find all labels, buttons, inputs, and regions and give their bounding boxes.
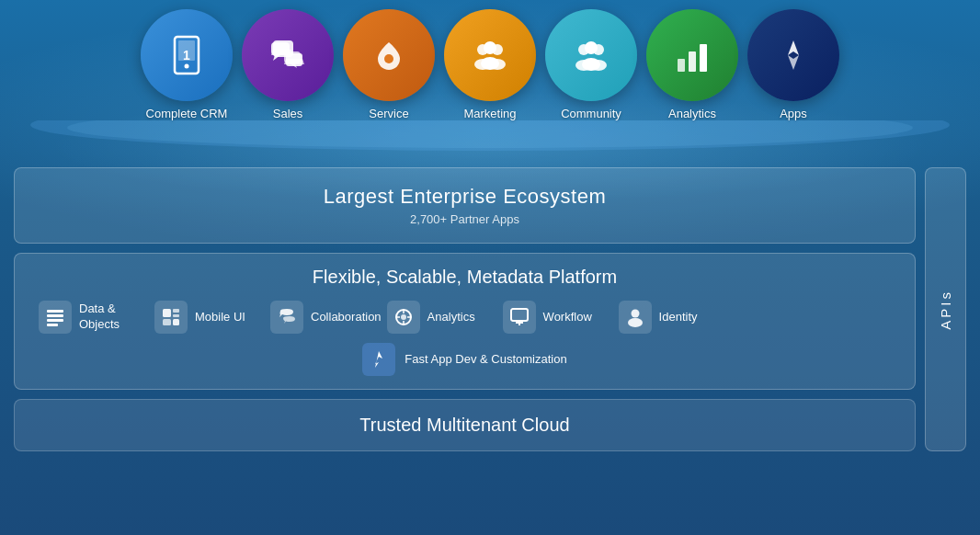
data-objects-icon (39, 301, 72, 334)
platform-box: Flexible, Scalable, Metadata Platform Da… (14, 253, 916, 390)
svg-marker-25 (788, 55, 799, 70)
svg-rect-33 (173, 309, 179, 313)
icon-item-analytics[interactable]: Analytics (646, 9, 738, 120)
svg-point-38 (401, 314, 406, 320)
ecosystem-title: Largest Enterprise Ecosystem (33, 185, 896, 209)
crm-icon-circle: 1 (141, 9, 233, 101)
workflow-icon (503, 301, 536, 334)
marketing-icon-circle (444, 9, 536, 101)
workflow-label: Workflow (543, 310, 592, 325)
svg-rect-29 (47, 314, 63, 317)
platform-item-analytics: Analytics (387, 301, 497, 334)
svg-marker-44 (375, 351, 382, 368)
svg-point-8 (384, 54, 393, 63)
svg-point-11 (484, 41, 496, 54)
wave-separator (0, 120, 980, 153)
fast-app-label: Fast App Dev & Customization (405, 352, 566, 368)
service-icon-circle (343, 9, 435, 101)
svg-point-17 (585, 41, 598, 54)
svg-rect-23 (700, 44, 707, 72)
svg-rect-30 (47, 319, 63, 322)
sales-label: Sales (273, 107, 303, 120)
icon-item-community[interactable]: Community (545, 9, 637, 120)
svg-rect-34 (173, 314, 179, 317)
svg-point-43 (628, 318, 643, 327)
icon-item-sales[interactable]: Sales (242, 9, 334, 120)
main-content: Largest Enterprise Ecosystem 2,700+ Part… (0, 156, 980, 462)
svg-rect-22 (689, 51, 696, 72)
icon-item-marketing[interactable]: Marketing (444, 9, 536, 120)
icon-item-crm[interactable]: 1 Complete CRM (141, 9, 233, 120)
platform-item-collaboration: Collaboration (270, 301, 382, 334)
fast-app-row: Fast App Dev & Customization (29, 343, 900, 376)
cloud-box: Trusted Multitenant Cloud (14, 399, 916, 451)
analytics-platform-label: Analytics (427, 310, 475, 325)
svg-rect-39 (511, 309, 528, 321)
svg-rect-36 (173, 319, 179, 325)
ecosystem-box: Largest Enterprise Ecosystem 2,700+ Part… (14, 167, 916, 244)
platform-item-identity: Identity (619, 301, 729, 334)
identity-label: Identity (659, 310, 698, 325)
svg-point-14 (481, 57, 499, 70)
svg-point-2 (185, 64, 189, 69)
svg-point-42 (631, 310, 639, 318)
service-label: Service (369, 107, 408, 120)
apps-icon-circle (747, 9, 839, 101)
fast-app-item: Fast App Dev & Customization (362, 343, 566, 376)
mobile-ui-label: Mobile UI (195, 310, 245, 325)
svg-text:1: 1 (183, 48, 190, 63)
collaboration-label: Collaboration (311, 310, 382, 325)
analytics-icon-circle (646, 9, 738, 101)
svg-rect-28 (47, 310, 63, 313)
icons-row: 1 Complete CRM Sale (0, 0, 980, 120)
marketing-label: Marketing (463, 107, 516, 120)
svg-rect-35 (163, 319, 171, 325)
platform-items: Data &Objects Mobile UI (29, 301, 900, 334)
community-icon-circle (545, 9, 637, 101)
platform-item-data: Data &Objects (39, 301, 149, 334)
community-label: Community (561, 107, 621, 120)
cloud-title: Trusted Multitenant Cloud (29, 415, 900, 436)
collaboration-icon (270, 301, 303, 334)
apis-panel: APIs (925, 167, 966, 451)
sales-icon-circle (242, 9, 334, 101)
ecosystem-subtitle: 2,700+ Partner Apps (33, 212, 896, 226)
svg-point-20 (582, 58, 600, 71)
data-objects-label: Data &Objects (79, 302, 120, 333)
icon-item-apps[interactable]: Apps (747, 9, 839, 120)
platform-title: Flexible, Scalable, Metadata Platform (29, 267, 900, 288)
svg-rect-7 (284, 51, 301, 63)
svg-marker-24 (788, 40, 799, 55)
svg-rect-21 (678, 59, 685, 72)
svg-rect-32 (163, 309, 171, 317)
svg-rect-31 (47, 324, 58, 326)
left-panel: Largest Enterprise Ecosystem 2,700+ Part… (14, 167, 916, 451)
fast-app-icon (362, 343, 395, 376)
mobile-ui-icon (154, 301, 188, 334)
icon-item-service[interactable]: Service (343, 9, 435, 120)
analytics-label: Analytics (668, 107, 716, 120)
platform-item-workflow: Workflow (503, 301, 613, 334)
apis-label: APIs (938, 290, 953, 330)
analytics-platform-icon (387, 301, 420, 334)
apps-label: Apps (780, 107, 807, 120)
platform-item-mobile: Mobile UI (154, 301, 265, 334)
identity-icon (619, 301, 652, 334)
crm-label: Complete CRM (146, 107, 228, 120)
